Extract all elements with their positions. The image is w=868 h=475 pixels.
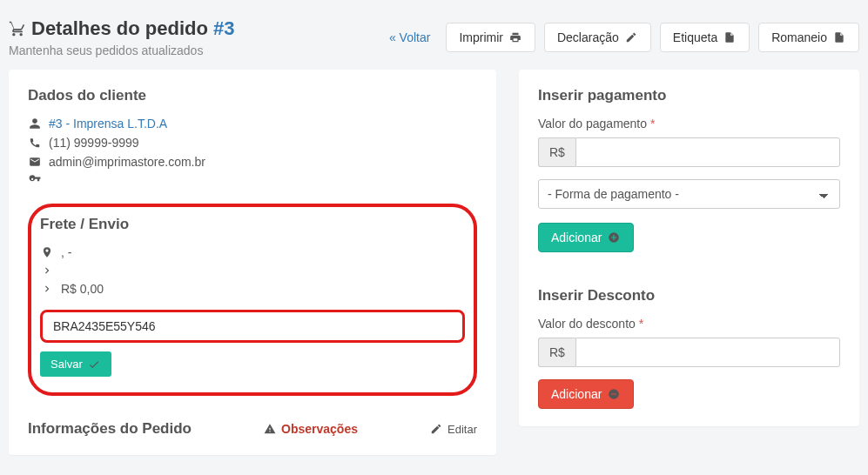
observations-link[interactable]: Observações	[263, 422, 358, 436]
payment-value-input[interactable]	[575, 137, 840, 167]
currency-addon: R$	[538, 137, 575, 167]
pin-icon	[40, 246, 54, 258]
payment-method-select[interactable]: - Forma de pagamento -	[538, 179, 840, 209]
currency-addon: R$	[538, 338, 575, 367]
order-number: #3	[213, 17, 234, 40]
cart-icon	[9, 20, 26, 37]
page-subtitle: Mantenha seus pedidos atualizados	[9, 43, 234, 57]
packing-button[interactable]: Romaneio	[758, 23, 859, 52]
payment-value-label: Valor do pagamento *	[538, 117, 840, 130]
edit-link[interactable]: Editar	[429, 423, 477, 436]
mail-icon	[28, 156, 42, 168]
shipping-highlight: Frete / Envio , - R$ 0,00 Salvar	[28, 204, 477, 396]
chevron-right-icon	[40, 283, 54, 295]
save-button[interactable]: Salvar	[40, 351, 111, 377]
page-title: Detalhes do pedido #3	[9, 17, 234, 40]
add-payment-button[interactable]: Adicionar	[538, 223, 634, 252]
minus-circle-icon	[607, 388, 621, 400]
discount-value-input[interactable]	[575, 338, 840, 367]
discount-heading: Inserir Desconto	[538, 287, 840, 304]
discount-value-label: Valor do desconto *	[538, 317, 840, 331]
file-icon	[832, 31, 846, 43]
shipping-address: , -	[61, 245, 71, 259]
add-discount-button[interactable]: Adicionar	[538, 379, 634, 409]
edit-doc-icon	[624, 31, 638, 43]
customer-phone: (11) 99999-9999	[49, 136, 139, 150]
back-link[interactable]: « Voltar	[382, 25, 437, 50]
order-info-heading: Informações do Pedido	[28, 420, 192, 438]
plus-circle-icon	[607, 231, 621, 244]
shipping-heading: Frete / Envio	[40, 216, 465, 233]
declaration-button[interactable]: Declaração	[544, 23, 651, 52]
customer-link[interactable]: #3 - Imprensa L.T.D.A	[49, 117, 167, 130]
print-icon	[508, 31, 522, 43]
payment-heading: Inserir pagamento	[538, 87, 840, 104]
check-icon	[87, 358, 101, 371]
customer-heading: Dados do cliente	[28, 87, 477, 104]
label-button[interactable]: Etiqueta	[660, 23, 750, 52]
title-text: Detalhes do pedido	[31, 17, 208, 40]
phone-icon	[28, 137, 42, 149]
print-button[interactable]: Imprimir	[446, 23, 535, 52]
file-icon	[723, 31, 737, 43]
tracking-input[interactable]	[40, 310, 465, 343]
warning-icon	[263, 423, 277, 435]
shipping-cost: R$ 0,00	[61, 282, 104, 296]
customer-email: admin@imprimastore.com.br	[49, 155, 205, 169]
user-icon	[28, 117, 42, 130]
key-icon	[28, 174, 42, 186]
pencil-icon	[429, 423, 443, 435]
chevron-right-icon	[40, 264, 54, 277]
